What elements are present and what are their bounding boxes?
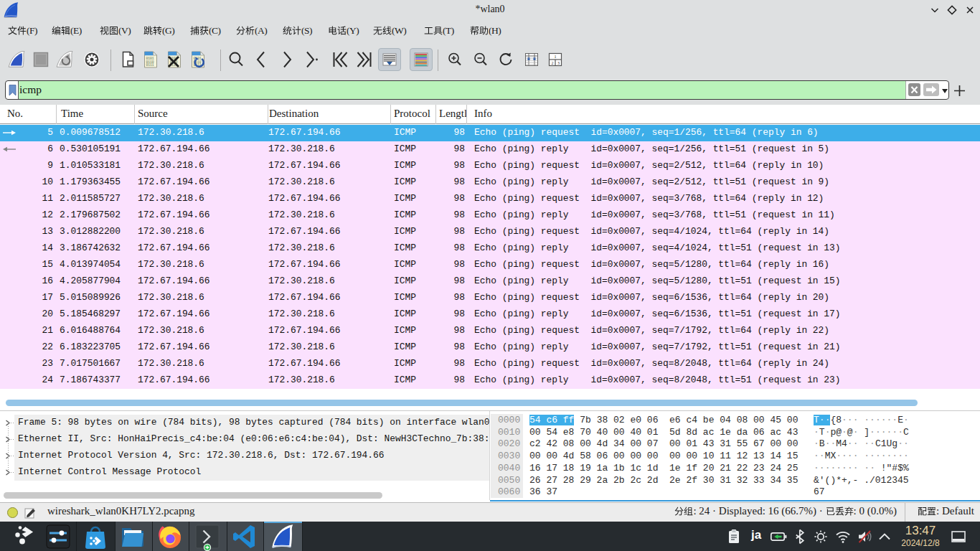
svg-text:1: 1 bbox=[555, 55, 557, 59]
svg-text:2: 2 bbox=[552, 61, 554, 65]
svg-text:3: 3 bbox=[557, 61, 560, 65]
svg-text:0111: 0111 bbox=[146, 63, 154, 67]
